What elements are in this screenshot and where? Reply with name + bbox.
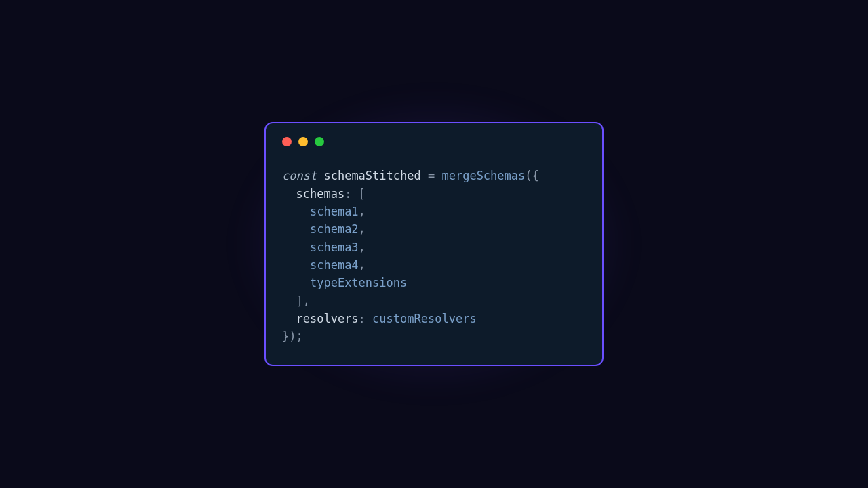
maximize-icon[interactable] — [315, 137, 324, 146]
schema-item: schema4 — [310, 258, 359, 272]
comma: , — [359, 205, 366, 218]
colon-bracket: : [ — [344, 187, 366, 201]
open-brace: ({ — [525, 169, 538, 182]
minimize-icon[interactable] — [298, 137, 308, 146]
schema-item: schema2 — [310, 222, 359, 236]
code-window-wrapper: const schemaStitched = mergeSchemas({ sc… — [264, 122, 604, 365]
schema-item: schema1 — [310, 205, 359, 218]
equals: = — [421, 169, 442, 182]
window-controls — [282, 137, 586, 146]
schema-item: schema3 — [310, 241, 359, 254]
prop-schemas: schemas — [296, 187, 344, 201]
code-block: const schemaStitched = mergeSchemas({ sc… — [282, 167, 586, 345]
comma: , — [359, 258, 366, 272]
code-window: const schemaStitched = mergeSchemas({ sc… — [264, 122, 604, 365]
close-brace: }); — [282, 329, 303, 343]
resolvers-value: customResolvers — [372, 312, 477, 325]
comma: , — [359, 241, 366, 254]
colon: : — [359, 312, 372, 325]
close-icon[interactable] — [282, 137, 292, 146]
function-name: mergeSchemas — [441, 169, 525, 182]
close-bracket: ], — [296, 294, 309, 308]
schema-item: typeExtensions — [310, 276, 407, 289]
prop-resolvers: resolvers — [296, 312, 358, 325]
comma: , — [359, 222, 366, 236]
variable-name: schemaStitched — [323, 169, 420, 182]
keyword-const: const — [282, 169, 317, 182]
